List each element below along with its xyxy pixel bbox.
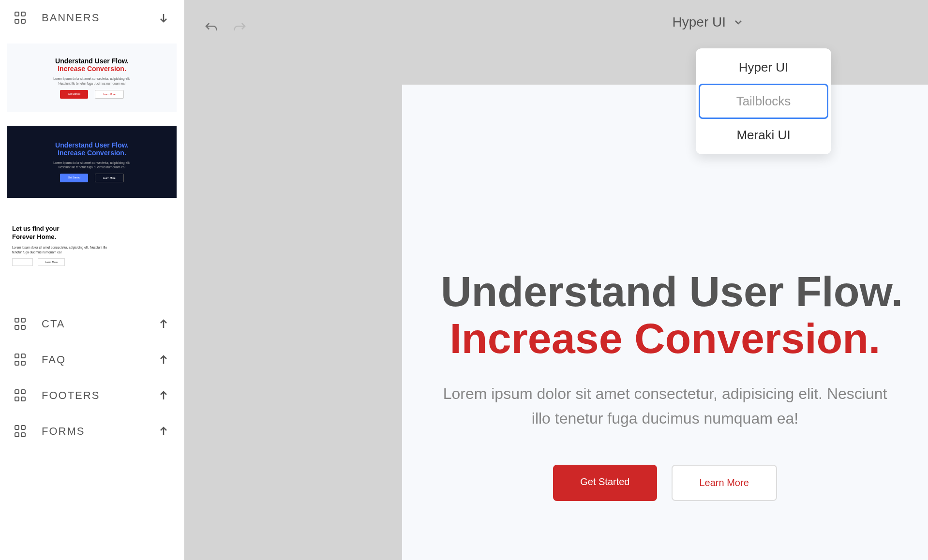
arrow-down-icon	[158, 12, 169, 24]
dropdown-item-tailblocks[interactable]: Tailblocks	[699, 84, 828, 119]
banner-preview-2[interactable]: Understand User Flow. Increase Conversio…	[7, 126, 177, 198]
canvas-heading-1: Understand User Flow.	[441, 268, 889, 315]
sidebar-section-faq[interactable]: FAQ	[0, 342, 184, 378]
sidebar: BANNERS Understand User Flow. Increase C…	[0, 0, 184, 560]
section-title: BANNERS	[42, 12, 158, 24]
preview-heading-1: Understand User Flow.	[17, 141, 167, 149]
canvas-desc: Lorem ipsum dolor sit amet consectetur, …	[441, 382, 889, 431]
arrow-up-icon	[158, 318, 169, 330]
undo-button[interactable]	[204, 21, 218, 35]
grid-icon	[15, 389, 27, 402]
banner-preview-1[interactable]: Understand User Flow. Increase Conversio…	[7, 44, 177, 112]
preview-input	[12, 258, 33, 266]
canvas-heading-2: Increase Conversion.	[441, 315, 889, 362]
chevron-down-icon	[733, 16, 744, 28]
canvas-desc-line1: Lorem ipsum dolor sit amet consectetur, …	[441, 382, 889, 406]
dropdown-item-merakiui[interactable]: Meraki UI	[699, 119, 828, 151]
section-title: FORMS	[42, 425, 158, 438]
sidebar-section-footers[interactable]: FOOTERS	[0, 378, 184, 413]
grid-icon	[15, 425, 27, 438]
main-area: Hyper UI Hyper UI Tailblocks Meraki UI U…	[184, 0, 928, 560]
canvas-btn-secondary[interactable]: Learn More	[672, 465, 777, 501]
sidebar-section-cta[interactable]: CTA	[0, 306, 184, 342]
dropdown-item-hyperui[interactable]: Hyper UI	[699, 51, 828, 84]
preview-btn-primary: Get Started	[60, 90, 88, 99]
grid-icon	[15, 318, 27, 330]
preview-btn-secondary: Learn More	[38, 258, 65, 266]
preview-heading-2: Forever Home.	[12, 233, 172, 241]
preview-btn-secondary: Learn More	[95, 90, 124, 99]
canvas-btn-primary[interactable]: Get Started	[553, 465, 657, 501]
preview-heading-2: Increase Conversion.	[17, 149, 167, 157]
toolbar: Hyper UI Hyper UI Tailblocks Meraki UI	[184, 0, 928, 56]
preview-heading-1: Understand User Flow.	[17, 57, 167, 65]
sidebar-section-forms[interactable]: FORMS	[0, 413, 184, 449]
grid-icon	[15, 12, 27, 24]
preview-btn-primary: Get Started	[60, 174, 88, 182]
section-title: CTA	[42, 318, 158, 330]
library-dropdown-menu: Hyper UI Tailblocks Meraki UI	[696, 48, 831, 154]
arrow-up-icon	[158, 390, 169, 401]
preview-desc: Lorem ipsum dolor sit amet consectetur, …	[12, 245, 114, 255]
preview-btn-secondary: Learn More	[95, 174, 124, 182]
canvas-banner[interactable]: Understand User Flow. Increase Conversio…	[402, 85, 928, 560]
banner-preview-3[interactable]: Let us find your Forever Home. Lorem ips…	[7, 211, 177, 280]
sidebar-section-banners[interactable]: BANNERS	[0, 0, 184, 36]
section-title: FOOTERS	[42, 389, 158, 402]
arrow-up-icon	[158, 426, 169, 437]
canvas-desc-line2: illo tenetur fuga ducimus numquam ea!	[441, 406, 889, 431]
arrow-up-icon	[158, 354, 169, 366]
preview-desc: Lorem ipsum dolor sit amet consectetur, …	[48, 161, 135, 170]
preview-desc: Lorem ipsum dolor sit amet consectetur, …	[48, 76, 135, 86]
dropdown-selected-label: Hyper UI	[673, 15, 726, 30]
banner-previews: Understand User Flow. Increase Conversio…	[0, 36, 184, 287]
preview-heading-2: Increase Conversion.	[17, 65, 167, 73]
redo-button[interactable]	[233, 21, 247, 35]
grid-icon	[15, 354, 27, 366]
section-title: FAQ	[42, 354, 158, 366]
preview-heading-1: Let us find your	[12, 225, 172, 233]
library-dropdown-trigger[interactable]: Hyper UI	[673, 15, 744, 30]
